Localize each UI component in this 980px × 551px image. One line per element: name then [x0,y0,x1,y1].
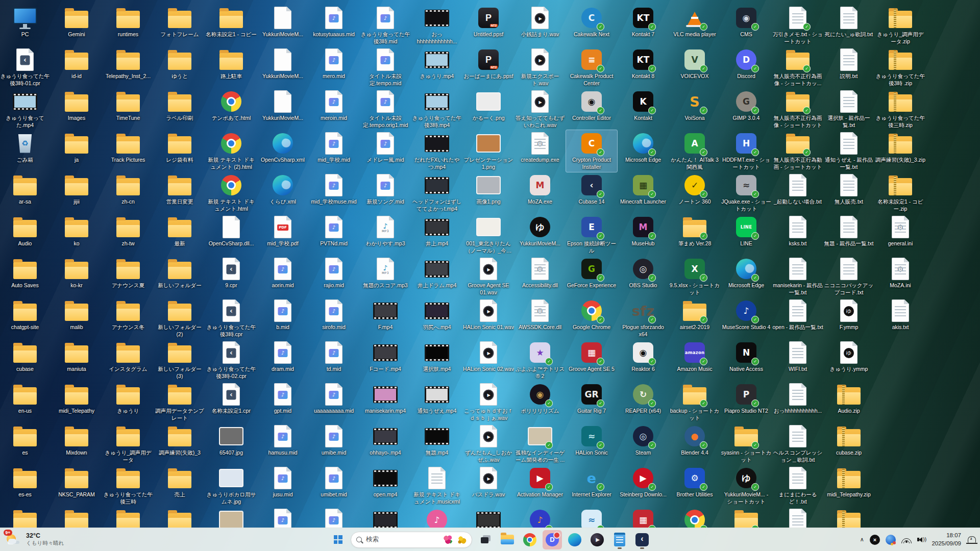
desktop-icon[interactable]: ▦Minecraft Launcher [618,172,669,207]
desktop-icon[interactable]: gpt.mid [257,381,308,416]
desktop-icon[interactable]: PVTNd.mid [308,214,359,249]
desktop-icon[interactable]: OpenCvSharp.xml [257,130,308,165]
desktop-icon[interactable]: ≈JQuake.exe - ショートカット [721,172,772,214]
desktop-icon[interactable]: ●Blender 4.4 [669,423,720,458]
desktop-icon[interactable]: 選択肢.mp4 [411,339,462,374]
google-chrome-taskbar-button[interactable] [520,530,540,549]
desktop-icon[interactable]: ko-kr [51,256,102,291]
desktop-icon[interactable]: ar-sa [0,172,51,207]
desktop-icon[interactable]: airset2-2019 [669,297,720,333]
desktop-icon[interactable]: MoZA.ini [875,256,926,291]
desktop-icon[interactable]: eInternet Explorer [566,465,617,500]
desktop-icon[interactable]: mid_学校.mid [308,130,359,165]
tray-mute-x-icon[interactable] [870,535,880,545]
desktop-icon[interactable]: F.mp4 [360,297,411,333]
desktop-icon[interactable]: ja [51,130,102,165]
desktop-icon[interactable]: NNative Access [721,339,772,374]
desktop-icon[interactable]: きゅうり.mp4 [411,46,462,82]
desktop-icon[interactable]: malib [51,297,102,333]
wifi-icon[interactable] [901,536,912,543]
desktop-icon[interactable] [154,507,205,528]
desktop-icon[interactable]: hamusu.mid [257,423,308,458]
desktop-icon[interactable]: きゅうり_調声用データ [103,423,154,465]
desktop-icon[interactable]: 調声用データテンプレート [154,381,205,423]
desktop-icon[interactable]: ≡Cakewalk Product Center [566,46,617,88]
desktop-icon[interactable]: PC [0,5,51,40]
desktop-icon[interactable]: 死にたい_ゅ歌詞.txt [823,5,874,40]
desktop-icon[interactable]: ▦Groove Agent SE 5 [566,339,617,374]
desktop-icon[interactable]: Gemini [51,5,102,40]
desktop-icon[interactable]: es [0,423,51,458]
desktop-icon[interactable]: ‹Cubase 14 [566,172,617,207]
desktop-icon[interactable]: ◎OBS Studio [618,256,669,291]
desktop-icon[interactable]: dram.mid [257,339,308,374]
desktop-icon[interactable]: メドレー風.mid [360,130,411,165]
desktop-icon[interactable] [823,507,874,528]
desktop-icon[interactable]: きゅうり食ってた午後3時.mp4 [411,88,462,130]
desktop-icon[interactable]: MMuseHub [618,214,669,249]
desktop-icon[interactable] [0,507,51,528]
desktop-icon[interactable]: 無人販売不正行為画像 - ショートカッ... [772,46,823,88]
discord-taskbar-button[interactable] [543,530,562,549]
desktop-icon[interactable]: LINELINE [721,214,772,249]
desktop-icon[interactable]: Audio.zip [823,381,874,416]
desktop-icon[interactable]: おっhhhhhhhhhhhh... [411,5,462,46]
desktop-icon[interactable]: きゅうり食ってた午後3時.cpr [206,297,257,339]
desktop-icon[interactable]: uaaaaaaaaa.mid [308,381,359,416]
desktop-icon[interactable]: GGeForce Experience [566,256,617,291]
desktop-icon[interactable]: OpenCvSharp.dll... [206,214,257,249]
desktop-icon[interactable]: きゅうり食ってた.mp4 [0,88,51,130]
desktop-icon[interactable]: cubase.zip [823,423,874,458]
desktop-icon[interactable]: Groove Agent SE 01.wav [463,256,514,297]
desktop-icon[interactable]: かるーく.png [463,88,514,123]
desktop-icon[interactable]: 新規エクスポート.wav [514,46,566,88]
desktop[interactable]: PCきゅうり食ってた午後3時-01.cprきゅうり食ってた.mp4ごみ箱ar-s… [0,0,980,528]
desktop-icon[interactable]: GRGuitar Rig 7 [566,381,617,416]
desktop-icon[interactable]: sirofo.mid [308,297,359,333]
desktop-icon[interactable]: ラベル印刷 [154,88,205,123]
start-button[interactable] [328,530,348,549]
notepad-taskbar-button[interactable] [610,530,629,549]
desktop-icon[interactable] [721,507,772,528]
desktop-icon[interactable]: GGIMP 3.0.4 [721,88,772,123]
desktop-icon[interactable]: Mixdown [51,423,102,458]
desktop-icon[interactable]: DDiscord [721,46,772,82]
desktop-icon[interactable]: 新規 テキスト ドキュメント.musicxml [411,465,462,507]
desktop-icon[interactable]: general.ini [875,214,926,249]
desktop-icon[interactable]: Aかんたん！ AITalk 3 関西風 [669,130,720,172]
desktop-icon[interactable]: ずんだもん_しおかぜふ.wav [463,423,514,465]
desktop-icon[interactable]: インスタグラム [103,339,154,374]
desktop-icon[interactable]: Fコード.mp4 [360,339,411,374]
weather-widget[interactable]: 9+ 32°C くもり時々晴れ [5,532,64,547]
desktop-icon[interactable]: 無題のスコア.mp3 [360,256,411,291]
desktop-icon[interactable]: TimeTune [103,88,154,123]
desktop-icon[interactable]: 新しいフォルダー [154,256,205,291]
desktop-icon[interactable]: maniuta [51,339,102,374]
desktop-icon[interactable]: syasinn - ショートカット [721,423,772,465]
desktop-icon[interactable] [308,507,359,528]
desktop-icon[interactable]: テンポあて.html [206,88,257,123]
desktop-icon[interactable]: きゅうりボカロ用サムネ.jpg [206,465,257,507]
desktop-icon[interactable]: KTKontakt 8 [618,46,669,82]
desktop-icon[interactable]: くらび.xml [257,172,308,207]
desktop-icon[interactable]: 無人販売.txt [823,172,874,207]
desktop-icon[interactable]: runtimes [103,5,154,40]
desktop-icon[interactable]: MMoZA.exe [514,172,566,207]
desktop-icon[interactable]: EEpson 接続診断ツール [566,214,617,256]
desktop-icon[interactable]: 無題 - 親作品一覧.txt [823,214,874,249]
desktop-icon[interactable]: プレゼンテーション1.png [463,130,514,172]
desktop-icon[interactable]: ◎Steam [618,423,669,458]
desktop-icon[interactable]: ✓ノートン 360 [669,172,720,207]
file-explorer-taskbar-button[interactable] [498,530,517,549]
desktop-icon[interactable]: zh-tw [103,214,154,249]
desktop-icon[interactable]: きゅうり食ってた午後3時 .zip [875,46,926,88]
desktop-icon[interactable]: 営業日変更 [154,172,205,207]
desktop-icon[interactable]: 新規 テキスト ドキュメント.html [206,172,257,214]
desktop-icon[interactable]: VVOICEVOX [669,46,720,82]
desktop-icon[interactable]: WIFI.txt [772,339,823,374]
desktop-icon[interactable] [103,507,154,528]
desktop-icon[interactable]: 名称未設定1.cpr [206,381,257,416]
desktop-icon[interactable]: 万引きメモ.txt - ショートカット [772,5,823,46]
taskbar-clock[interactable]: 18:07 2025/09/09 [932,532,961,547]
desktop-icon[interactable]: きゅうり食ってた午後三時.zip [875,88,926,130]
